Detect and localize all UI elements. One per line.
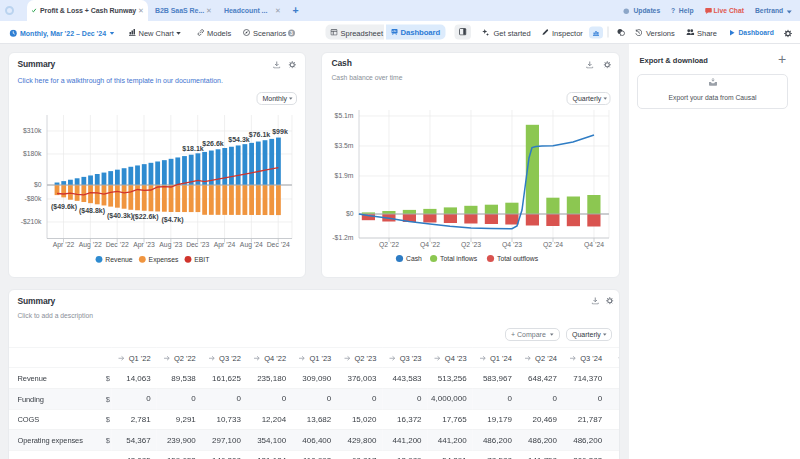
svg-text:Q2 ’23: Q2 ’23 <box>461 241 481 249</box>
svg-text:-$80k: -$80k <box>24 195 42 202</box>
svg-text:$99k: $99k <box>272 128 288 136</box>
svg-text:Dec ’24: Dec ’24 <box>267 241 290 248</box>
svg-text:Expenses: Expenses <box>149 256 179 264</box>
svg-text:($40.3k): ($40.3k) <box>107 212 133 220</box>
svg-text:Apr ’22: Apr ’22 <box>53 241 75 249</box>
svg-text:Revenue: Revenue <box>105 256 132 263</box>
svg-text:$1.9m: $1.9m <box>335 172 354 179</box>
svg-text:($4.7k): ($4.7k) <box>161 216 183 224</box>
svg-text:Apr ’24: Apr ’24 <box>214 241 236 249</box>
svg-text:Total outflows: Total outflows <box>497 255 539 262</box>
svg-text:Dec ’22: Dec ’22 <box>106 241 129 248</box>
svg-text:($48.8k): ($48.8k) <box>79 207 105 215</box>
svg-text:Q4 ’24: Q4 ’24 <box>584 241 604 249</box>
svg-text:$3.5m: $3.5m <box>335 142 354 149</box>
svg-text:-$1.2m: -$1.2m <box>332 234 353 241</box>
svg-text:Cash: Cash <box>406 255 422 262</box>
svg-text:Aug ’22: Aug ’22 <box>79 241 102 249</box>
svg-text:$180k: $180k <box>23 150 42 157</box>
svg-text:$26.6k: $26.6k <box>202 140 224 148</box>
svg-text:Q4 ’22: Q4 ’22 <box>420 241 440 249</box>
svg-text:$54.3k: $54.3k <box>228 136 250 144</box>
svg-text:-$210k: -$210k <box>21 218 42 225</box>
svg-text:($22.6k): ($22.6k) <box>132 213 158 221</box>
svg-text:$5.1m: $5.1m <box>335 112 354 119</box>
svg-text:$310k: $310k <box>23 127 42 134</box>
svg-text:EBIT: EBIT <box>194 256 209 263</box>
svg-text:$76.1k: $76.1k <box>249 131 271 139</box>
svg-text:Aug ’23: Aug ’23 <box>159 241 182 249</box>
svg-text:$0: $0 <box>346 210 354 217</box>
svg-text:($49.6k): ($49.6k) <box>51 203 77 211</box>
svg-text:Apr ’23: Apr ’23 <box>133 241 155 249</box>
svg-text:Dec ’23: Dec ’23 <box>186 241 209 248</box>
svg-text:Aug ’24: Aug ’24 <box>240 241 263 249</box>
svg-text:Total inflows: Total inflows <box>440 255 478 262</box>
svg-text:$18.1k: $18.1k <box>182 145 204 153</box>
svg-text:Q2 ’22: Q2 ’22 <box>379 241 399 249</box>
svg-text:Q4 ’23: Q4 ’23 <box>502 241 522 249</box>
svg-text:$0: $0 <box>34 181 42 188</box>
svg-text:Q2 ’24: Q2 ’24 <box>543 241 563 249</box>
